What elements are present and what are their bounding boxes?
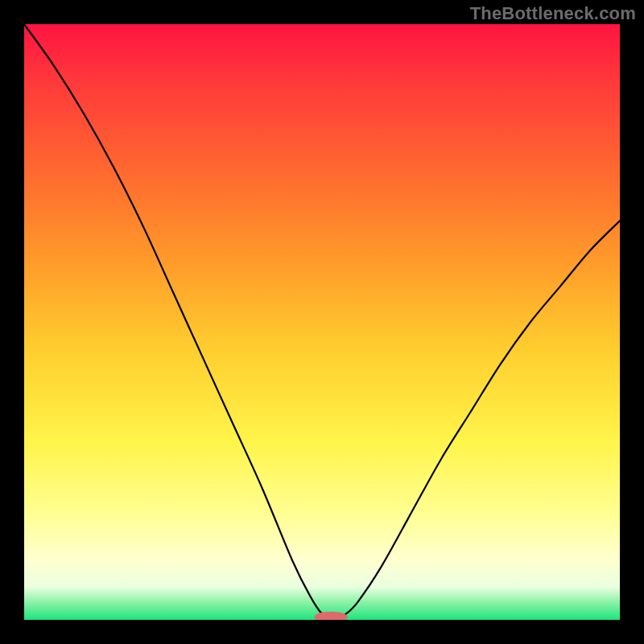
plot-area bbox=[24, 24, 620, 620]
bottleneck-chart-svg bbox=[24, 24, 620, 620]
watermark-label: TheBottleneck.com bbox=[470, 3, 636, 24]
chart-frame: TheBottleneck.com bbox=[0, 0, 644, 644]
